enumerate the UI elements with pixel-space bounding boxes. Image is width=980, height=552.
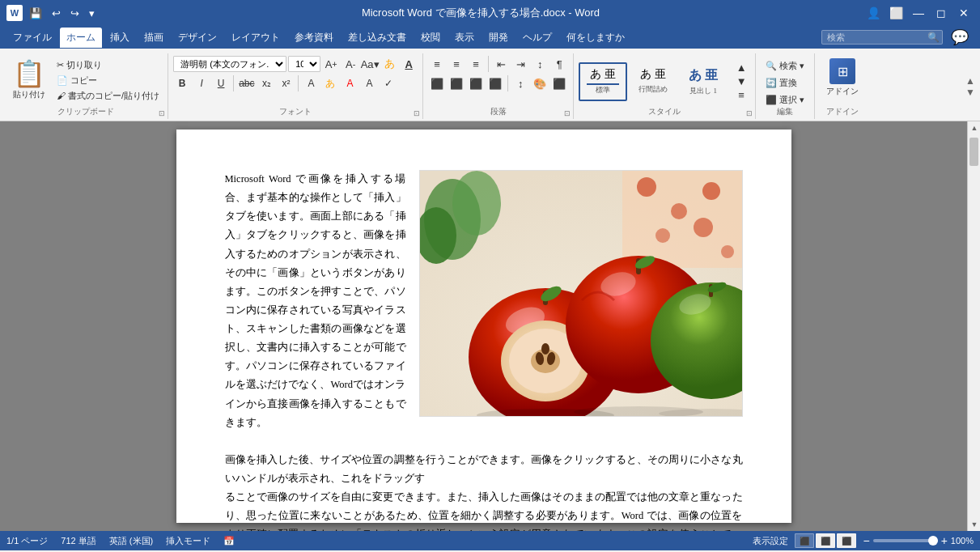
addin-button[interactable]: ⊞ アドイン bbox=[820, 55, 865, 100]
comment-button[interactable]: 💬 bbox=[946, 27, 974, 48]
document-scroll-area[interactable]: Microsoft Word で画像を挿入する場合、まず基本的な操作として「挿入… bbox=[0, 121, 967, 531]
shading-button[interactable]: A bbox=[360, 74, 378, 92]
customize-quick-access[interactable]: ▾ bbox=[86, 6, 98, 21]
para-expand-icon[interactable]: ⊡ bbox=[564, 109, 571, 117]
increase-font-button[interactable]: A+ bbox=[322, 55, 340, 73]
menu-mailings[interactable]: 差し込み文書 bbox=[342, 28, 413, 48]
styles-down-button[interactable]: ▼ bbox=[732, 74, 750, 88]
scrollbar-track[interactable] bbox=[968, 134, 980, 518]
display-settings[interactable]: 表示設定 bbox=[753, 535, 788, 547]
menu-tell-me[interactable]: 何をしますか bbox=[560, 28, 631, 48]
styles-up-button[interactable]: ▲ bbox=[732, 62, 750, 75]
zoom-in-button[interactable]: + bbox=[941, 534, 948, 547]
menu-view[interactable]: 表示 bbox=[448, 28, 481, 48]
subscript-button[interactable]: x₂ bbox=[257, 74, 275, 92]
svg-point-7 bbox=[671, 203, 687, 219]
status-right: 表示設定 ⬛ ⬛ ⬛ − + 100% bbox=[753, 533, 974, 548]
change-case-button[interactable]: Aa▾ bbox=[361, 55, 379, 73]
border-button[interactable]: ✓ bbox=[380, 74, 397, 92]
save-button[interactable]: 💾 bbox=[26, 6, 45, 21]
align-right-button[interactable]: ⬛ bbox=[467, 74, 485, 92]
page-count: 1/1 ページ bbox=[6, 535, 48, 547]
menu-help[interactable]: ヘルプ bbox=[516, 28, 558, 48]
vertical-scrollbar[interactable]: ▲ ▼ bbox=[967, 121, 980, 531]
styles-list: あ 亜 標準 あ 亜 行間詰め あ 亜 見出し 1 bbox=[579, 62, 728, 101]
font-expand-icon[interactable]: ⊡ bbox=[414, 109, 420, 117]
styles-more-button[interactable]: ≡ bbox=[732, 88, 750, 102]
align-center-button[interactable]: ⬛ bbox=[448, 74, 465, 92]
style-gyoukan[interactable]: あ 亜 行間詰め bbox=[629, 62, 677, 101]
replace-button[interactable]: 🔄 置換 bbox=[761, 75, 809, 91]
menu-dev[interactable]: 開発 bbox=[482, 28, 515, 48]
maximize-button[interactable]: ◻ bbox=[931, 3, 951, 23]
para-group-name: 段落 bbox=[423, 106, 573, 117]
scroll-down-button[interactable]: ▼ bbox=[968, 518, 980, 531]
text-color-button[interactable]: あ bbox=[321, 74, 339, 92]
decrease-font-button[interactable]: A- bbox=[342, 55, 359, 73]
align-left-button[interactable]: ⬛ bbox=[428, 74, 446, 92]
menu-design[interactable]: デザイン bbox=[172, 28, 223, 48]
show-para-button[interactable]: ¶ bbox=[550, 55, 568, 73]
borders-button[interactable]: ⬛ bbox=[550, 74, 568, 92]
line-spacing-button[interactable]: ↕ bbox=[511, 74, 529, 92]
strikethrough-button[interactable]: abc bbox=[237, 74, 256, 92]
para-row2: ⬛ ⬛ ⬛ ⬛ ↕ 🎨 ⬛ bbox=[428, 74, 568, 92]
menu-home[interactable]: ホーム bbox=[60, 28, 102, 48]
styles-expand-icon[interactable]: ⊡ bbox=[746, 109, 753, 117]
menu-insert[interactable]: 挿入 bbox=[104, 28, 136, 48]
style-midashi[interactable]: あ 亜 見出し 1 bbox=[679, 62, 728, 101]
search-input[interactable] bbox=[821, 30, 943, 45]
read-view-button[interactable]: ⬛ bbox=[837, 533, 856, 548]
bullets-button[interactable]: ≡ bbox=[428, 55, 446, 73]
sort-button[interactable]: ↕ bbox=[531, 55, 549, 73]
multilevel-button[interactable]: ≡ bbox=[467, 55, 485, 73]
bold-button[interactable]: B bbox=[173, 74, 191, 92]
menu-layout[interactable]: レイアウト bbox=[225, 28, 286, 48]
justify-button[interactable]: ⬛ bbox=[486, 74, 504, 92]
close-button[interactable]: ✕ bbox=[954, 3, 974, 23]
numbering-button[interactable]: ≡ bbox=[448, 55, 465, 73]
print-view-button[interactable]: ⬛ bbox=[795, 533, 814, 548]
svg-point-9 bbox=[655, 228, 670, 243]
italic-button[interactable]: I bbox=[193, 74, 210, 92]
style-standard[interactable]: あ 亜 標準 bbox=[579, 62, 627, 101]
svg-point-8 bbox=[702, 182, 720, 200]
redo-button[interactable]: ↪ bbox=[67, 6, 83, 21]
minimize-button[interactable]: — bbox=[909, 3, 928, 23]
menu-references[interactable]: 参考資料 bbox=[288, 28, 340, 48]
underline-button[interactable]: U bbox=[212, 74, 230, 92]
cut-button[interactable]: ✂ 切り取り bbox=[53, 58, 163, 72]
increase-indent-button[interactable]: ⇥ bbox=[511, 55, 529, 73]
find-button[interactable]: 🔍 検索 ▾ bbox=[761, 58, 809, 74]
font-name-selector[interactable]: 游明朝 (本文のフォン… bbox=[173, 56, 286, 72]
menu-review[interactable]: 校閲 bbox=[414, 28, 447, 48]
menu-draw[interactable]: 描画 bbox=[138, 28, 170, 48]
font-color-button[interactable]: A bbox=[341, 74, 358, 92]
font-row1: 游明朝 (本文のフォン… 10.5 A+ A- Aa▾ あ A bbox=[173, 55, 418, 73]
paste-button[interactable]: 📋 貼り付け bbox=[8, 55, 50, 104]
menu-file[interactable]: ファイル bbox=[6, 28, 58, 48]
clipboard-expand-icon[interactable]: ⊡ bbox=[159, 109, 165, 117]
copy-button[interactable]: 📄 コピー bbox=[53, 74, 163, 87]
format-copy-button[interactable]: 🖌 書式のコピー/貼り付け bbox=[53, 89, 163, 103]
shading-para-button[interactable]: 🎨 bbox=[531, 74, 549, 92]
scroll-up-button[interactable]: ▲ bbox=[968, 121, 980, 134]
superscript-button[interactable]: x² bbox=[277, 74, 295, 92]
decrease-indent-button[interactable]: ⇤ bbox=[492, 55, 510, 73]
zoom-slider[interactable] bbox=[873, 539, 938, 542]
font-size-selector[interactable]: 10.5 bbox=[288, 56, 320, 72]
ribbon-scroll-up[interactable]: ▲ bbox=[965, 75, 975, 87]
ribbon-scroll-down[interactable]: ▼ bbox=[965, 87, 975, 98]
ribbon-group-paragraph: ≡ ≡ ≡ ⇤ ⇥ ↕ ¶ ⬛ ⬛ ⬛ ⬛ ↕ 🎨 ⬛ 段落 ⊡ bbox=[423, 53, 574, 119]
undo-button[interactable]: ↩ bbox=[49, 6, 64, 21]
scrollbar-thumb[interactable] bbox=[969, 138, 978, 166]
ribbon-options-button[interactable]: ⬜ bbox=[886, 3, 906, 23]
account-button[interactable]: 👤 bbox=[863, 3, 883, 23]
document-content[interactable]: Microsoft Word で画像を挿入する場合、まず基本的な操作として「挿入… bbox=[225, 170, 743, 531]
zoom-out-button[interactable]: − bbox=[863, 534, 869, 547]
text-effect-button[interactable]: A bbox=[302, 74, 320, 92]
text-highlight-button[interactable]: あ bbox=[380, 55, 398, 73]
ribbon-scroll: ▲ ▼ bbox=[964, 53, 977, 119]
web-view-button[interactable]: ⬛ bbox=[816, 533, 835, 548]
clear-format-button[interactable]: A bbox=[400, 55, 418, 73]
